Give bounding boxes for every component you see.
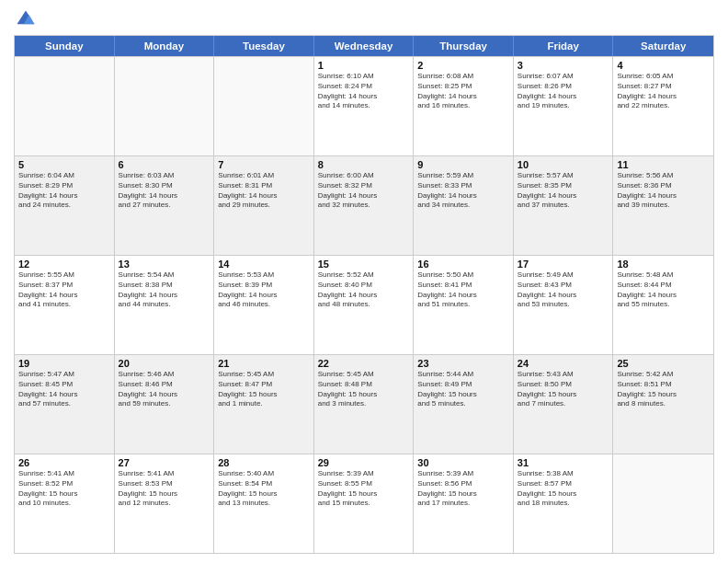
day-number: 10 bbox=[518, 159, 609, 170]
day-number: 31 bbox=[518, 457, 609, 468]
calendar-cell bbox=[613, 454, 713, 553]
day-number: 18 bbox=[617, 259, 710, 270]
day-info: Sunrise: 5:40 AM Sunset: 8:54 PM Dayligh… bbox=[218, 469, 310, 509]
calendar-cell: 24Sunrise: 5:43 AM Sunset: 8:50 PM Dayli… bbox=[514, 355, 614, 454]
calendar-cell: 30Sunrise: 5:39 AM Sunset: 8:56 PM Dayli… bbox=[414, 454, 514, 553]
calendar-cell: 7Sunrise: 6:01 AM Sunset: 8:31 PM Daylig… bbox=[214, 156, 314, 255]
calendar-cell: 28Sunrise: 5:40 AM Sunset: 8:54 PM Dayli… bbox=[214, 454, 314, 553]
calendar-cell: 19Sunrise: 5:47 AM Sunset: 8:45 PM Dayli… bbox=[15, 355, 115, 454]
day-info: Sunrise: 5:39 AM Sunset: 8:55 PM Dayligh… bbox=[318, 469, 410, 509]
header-day-thursday: Thursday bbox=[414, 36, 514, 56]
calendar-row-2: 12Sunrise: 5:55 AM Sunset: 8:37 PM Dayli… bbox=[15, 255, 713, 354]
day-number: 11 bbox=[617, 159, 710, 170]
day-info: Sunrise: 5:41 AM Sunset: 8:53 PM Dayligh… bbox=[119, 469, 210, 509]
day-number: 30 bbox=[417, 457, 509, 468]
day-number: 5 bbox=[18, 159, 110, 170]
day-info: Sunrise: 5:52 AM Sunset: 8:40 PM Dayligh… bbox=[318, 270, 410, 310]
calendar-cell: 22Sunrise: 5:45 AM Sunset: 8:48 PM Dayli… bbox=[314, 355, 415, 454]
calendar-cell: 1Sunrise: 6:10 AM Sunset: 8:24 PM Daylig… bbox=[314, 57, 415, 155]
header-day-friday: Friday bbox=[514, 36, 614, 56]
day-info: Sunrise: 6:00 AM Sunset: 8:32 PM Dayligh… bbox=[318, 171, 410, 211]
day-number: 13 bbox=[119, 259, 210, 270]
calendar-cell: 16Sunrise: 5:50 AM Sunset: 8:41 PM Dayli… bbox=[414, 256, 514, 354]
calendar-cell: 31Sunrise: 5:38 AM Sunset: 8:57 PM Dayli… bbox=[514, 454, 614, 553]
calendar-cell bbox=[115, 57, 215, 155]
day-info: Sunrise: 5:47 AM Sunset: 8:45 PM Dayligh… bbox=[18, 370, 110, 409]
calendar-cell: 20Sunrise: 5:46 AM Sunset: 8:46 PM Dayli… bbox=[115, 355, 215, 454]
calendar-cell: 9Sunrise: 5:59 AM Sunset: 8:33 PM Daylig… bbox=[414, 156, 514, 255]
day-info: Sunrise: 6:04 AM Sunset: 8:29 PM Dayligh… bbox=[18, 171, 110, 211]
calendar-row-0: 1Sunrise: 6:10 AM Sunset: 8:24 PM Daylig… bbox=[15, 56, 713, 155]
calendar-cell: 27Sunrise: 5:41 AM Sunset: 8:53 PM Dayli… bbox=[115, 454, 215, 553]
calendar-cell: 2Sunrise: 6:08 AM Sunset: 8:25 PM Daylig… bbox=[414, 57, 514, 155]
day-number: 3 bbox=[518, 60, 609, 71]
day-number: 1 bbox=[318, 60, 410, 71]
header bbox=[14, 9, 714, 29]
calendar-cell: 4Sunrise: 6:05 AM Sunset: 8:27 PM Daylig… bbox=[613, 57, 713, 155]
calendar-cell bbox=[15, 57, 115, 155]
calendar-cell: 5Sunrise: 6:04 AM Sunset: 8:29 PM Daylig… bbox=[15, 156, 115, 255]
day-number: 21 bbox=[218, 358, 310, 369]
day-number: 6 bbox=[119, 159, 210, 170]
day-info: Sunrise: 5:54 AM Sunset: 8:38 PM Dayligh… bbox=[119, 270, 210, 310]
day-info: Sunrise: 5:57 AM Sunset: 8:35 PM Dayligh… bbox=[518, 171, 609, 211]
day-info: Sunrise: 5:45 AM Sunset: 8:48 PM Dayligh… bbox=[318, 370, 410, 409]
day-info: Sunrise: 5:44 AM Sunset: 8:49 PM Dayligh… bbox=[417, 370, 509, 409]
calendar-cell bbox=[214, 57, 314, 155]
day-number: 17 bbox=[518, 259, 609, 270]
day-info: Sunrise: 6:10 AM Sunset: 8:24 PM Dayligh… bbox=[318, 72, 410, 111]
day-info: Sunrise: 6:01 AM Sunset: 8:31 PM Dayligh… bbox=[218, 171, 310, 211]
day-number: 26 bbox=[18, 457, 110, 468]
calendar-cell: 21Sunrise: 5:45 AM Sunset: 8:47 PM Dayli… bbox=[214, 355, 314, 454]
header-day-tuesday: Tuesday bbox=[214, 36, 314, 56]
day-number: 22 bbox=[318, 358, 410, 369]
calendar-cell: 29Sunrise: 5:39 AM Sunset: 8:55 PM Dayli… bbox=[314, 454, 415, 553]
day-info: Sunrise: 6:07 AM Sunset: 8:26 PM Dayligh… bbox=[518, 72, 609, 111]
calendar-body: 1Sunrise: 6:10 AM Sunset: 8:24 PM Daylig… bbox=[15, 56, 713, 553]
calendar-row-3: 19Sunrise: 5:47 AM Sunset: 8:45 PM Dayli… bbox=[15, 354, 713, 454]
day-number: 23 bbox=[417, 358, 509, 369]
calendar-cell: 10Sunrise: 5:57 AM Sunset: 8:35 PM Dayli… bbox=[514, 156, 614, 255]
day-number: 29 bbox=[318, 457, 410, 468]
day-number: 12 bbox=[18, 259, 110, 270]
page: SundayMondayTuesdayWednesdayThursdayFrid… bbox=[0, 0, 728, 563]
calendar-cell: 8Sunrise: 6:00 AM Sunset: 8:32 PM Daylig… bbox=[314, 156, 415, 255]
day-info: Sunrise: 5:49 AM Sunset: 8:43 PM Dayligh… bbox=[518, 270, 609, 310]
header-day-wednesday: Wednesday bbox=[314, 36, 415, 56]
day-info: Sunrise: 5:43 AM Sunset: 8:50 PM Dayligh… bbox=[518, 370, 609, 409]
calendar-row-4: 26Sunrise: 5:41 AM Sunset: 8:52 PM Dayli… bbox=[15, 454, 713, 553]
day-number: 15 bbox=[318, 259, 410, 270]
day-number: 28 bbox=[218, 457, 310, 468]
day-info: Sunrise: 6:05 AM Sunset: 8:27 PM Dayligh… bbox=[617, 72, 710, 111]
day-info: Sunrise: 5:38 AM Sunset: 8:57 PM Dayligh… bbox=[518, 469, 609, 509]
day-number: 9 bbox=[417, 159, 509, 170]
day-info: Sunrise: 5:56 AM Sunset: 8:36 PM Dayligh… bbox=[617, 171, 710, 211]
day-number: 7 bbox=[218, 159, 310, 170]
day-number: 4 bbox=[617, 60, 710, 71]
calendar-cell: 26Sunrise: 5:41 AM Sunset: 8:52 PM Dayli… bbox=[15, 454, 115, 553]
logo bbox=[14, 9, 36, 29]
day-info: Sunrise: 5:45 AM Sunset: 8:47 PM Dayligh… bbox=[218, 370, 310, 409]
day-number: 14 bbox=[218, 259, 310, 270]
calendar-cell: 23Sunrise: 5:44 AM Sunset: 8:49 PM Dayli… bbox=[414, 355, 514, 454]
day-info: Sunrise: 6:08 AM Sunset: 8:25 PM Dayligh… bbox=[417, 72, 509, 111]
day-info: Sunrise: 5:50 AM Sunset: 8:41 PM Dayligh… bbox=[417, 270, 509, 310]
day-number: 27 bbox=[119, 457, 210, 468]
day-number: 25 bbox=[617, 358, 710, 369]
header-day-sunday: Sunday bbox=[15, 36, 115, 56]
calendar-cell: 18Sunrise: 5:48 AM Sunset: 8:44 PM Dayli… bbox=[613, 256, 713, 354]
calendar-cell: 12Sunrise: 5:55 AM Sunset: 8:37 PM Dayli… bbox=[15, 256, 115, 354]
calendar-cell: 3Sunrise: 6:07 AM Sunset: 8:26 PM Daylig… bbox=[514, 57, 614, 155]
day-number: 20 bbox=[119, 358, 210, 369]
calendar-cell: 6Sunrise: 6:03 AM Sunset: 8:30 PM Daylig… bbox=[115, 156, 215, 255]
day-info: Sunrise: 5:48 AM Sunset: 8:44 PM Dayligh… bbox=[617, 270, 710, 310]
day-number: 8 bbox=[318, 159, 410, 170]
day-info: Sunrise: 5:42 AM Sunset: 8:51 PM Dayligh… bbox=[617, 370, 710, 409]
header-day-monday: Monday bbox=[115, 36, 215, 56]
day-info: Sunrise: 5:55 AM Sunset: 8:37 PM Dayligh… bbox=[18, 270, 110, 310]
day-info: Sunrise: 5:41 AM Sunset: 8:52 PM Dayligh… bbox=[18, 469, 110, 509]
calendar: SundayMondayTuesdayWednesdayThursdayFrid… bbox=[14, 35, 714, 554]
day-number: 24 bbox=[518, 358, 609, 369]
calendar-cell: 13Sunrise: 5:54 AM Sunset: 8:38 PM Dayli… bbox=[115, 256, 215, 354]
calendar-cell: 14Sunrise: 5:53 AM Sunset: 8:39 PM Dayli… bbox=[214, 256, 314, 354]
